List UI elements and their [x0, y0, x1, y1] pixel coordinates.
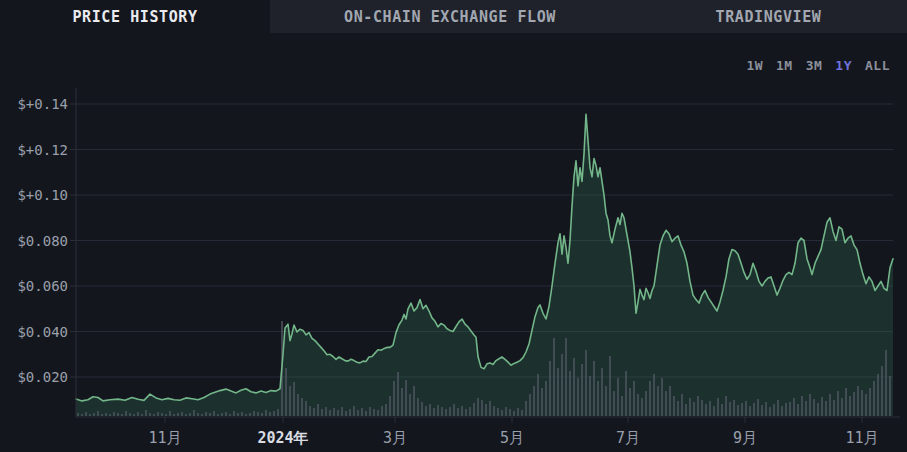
- range-1y[interactable]: 1Y: [835, 58, 852, 73]
- volume-bar: [657, 386, 659, 416]
- volume-bar: [345, 411, 347, 416]
- volume-bar: [369, 407, 371, 416]
- volume-bar: [889, 376, 891, 416]
- volume-bar: [261, 413, 263, 416]
- volume-bar: [789, 402, 791, 416]
- volume-bar: [97, 411, 99, 416]
- volume-bar: [325, 407, 327, 416]
- volume-bar: [569, 371, 571, 416]
- volume-bar: [233, 411, 235, 416]
- volume-bar: [765, 402, 767, 416]
- y-axis-label: $0.080: [17, 233, 68, 249]
- volume-bar: [525, 401, 527, 416]
- volume-bar: [253, 411, 255, 416]
- volume-bar: [637, 394, 639, 416]
- volume-bar: [689, 398, 691, 416]
- volume-bar: [393, 381, 395, 416]
- range-all[interactable]: ALL: [865, 58, 890, 73]
- range-selector: 1W 1M 3M 1Y ALL: [746, 58, 890, 73]
- range-1m[interactable]: 1M: [776, 58, 793, 73]
- y-axis-label: $0.060: [17, 278, 68, 294]
- range-3m[interactable]: 3M: [806, 58, 823, 73]
- volume-bar: [173, 414, 175, 416]
- volume-bar: [861, 390, 863, 416]
- volume-bar: [769, 407, 771, 416]
- volume-bar: [385, 404, 387, 416]
- volume-bar: [329, 410, 331, 416]
- volume-bar: [249, 413, 251, 416]
- volume-bar: [885, 350, 887, 416]
- volume-bar: [577, 378, 579, 416]
- volume-bar: [625, 371, 627, 416]
- price-area-fill: [76, 114, 893, 416]
- volume-bar: [137, 412, 139, 416]
- volume-bar: [497, 408, 499, 416]
- volume-bar: [729, 402, 731, 416]
- volume-bar: [793, 398, 795, 416]
- y-axis-label: $+0.12: [17, 142, 68, 158]
- volume-bar: [305, 401, 307, 416]
- y-axis-label: $0.020: [17, 369, 68, 385]
- volume-bar: [557, 368, 559, 416]
- volume-bar: [649, 381, 651, 416]
- volume-bar: [405, 380, 407, 416]
- volume-bar: [417, 398, 419, 416]
- volume-bar: [149, 413, 151, 416]
- volume-bar: [265, 410, 267, 416]
- x-axis-label: 2024年: [257, 429, 308, 447]
- volume-bar: [165, 414, 167, 416]
- volume-bar: [805, 401, 807, 416]
- volume-bar: [685, 404, 687, 416]
- volume-bar: [633, 381, 635, 416]
- volume-bar: [781, 406, 783, 416]
- volume-bar: [533, 386, 535, 416]
- tab-tradingview[interactable]: TRADINGVIEW: [630, 0, 907, 33]
- volume-bar: [109, 414, 111, 416]
- volume-bar: [121, 414, 123, 416]
- volume-bar: [737, 405, 739, 416]
- volume-bar: [89, 414, 91, 416]
- volume-bar: [309, 406, 311, 416]
- volume-bar: [761, 405, 763, 416]
- volume-bar: [81, 414, 83, 416]
- volume-bar: [617, 378, 619, 416]
- x-axis-label: 3月: [383, 429, 407, 447]
- y-axis-label: $+0.14: [17, 96, 68, 112]
- volume-bar: [217, 414, 219, 416]
- volume-bar: [201, 414, 203, 416]
- volume-bar: [457, 408, 459, 416]
- volume-bar: [665, 391, 667, 416]
- volume-bar: [481, 400, 483, 416]
- volume-bar: [853, 392, 855, 416]
- tab-on-chain-exchange-flow[interactable]: ON-CHAIN EXCHANGE FLOW: [270, 0, 630, 33]
- volume-bar: [473, 403, 475, 416]
- volume-bar: [809, 394, 811, 416]
- volume-bar: [337, 410, 339, 416]
- volume-bar: [185, 414, 187, 416]
- volume-bar: [477, 398, 479, 416]
- volume-bar: [425, 406, 427, 416]
- volume-bar: [681, 394, 683, 416]
- x-axis-label: 9月: [733, 429, 757, 447]
- volume-bar: [161, 413, 163, 416]
- volume-bar: [361, 408, 363, 416]
- volume-bar: [437, 405, 439, 416]
- volume-bar: [273, 411, 275, 416]
- volume-bar: [709, 401, 711, 416]
- volume-bar: [321, 409, 323, 416]
- volume-bar: [205, 412, 207, 416]
- volume-bar: [673, 396, 675, 416]
- volume-bar: [289, 386, 291, 416]
- volume-bar: [829, 394, 831, 416]
- tab-price-history[interactable]: PRICE HISTORY: [0, 0, 270, 33]
- volume-bar: [757, 399, 759, 416]
- volume-bar: [821, 397, 823, 416]
- volume-bar: [237, 413, 239, 416]
- volume-bar: [517, 408, 519, 416]
- volume-bar: [465, 409, 467, 416]
- y-axis-label: $0.040: [17, 324, 68, 340]
- range-1w[interactable]: 1W: [746, 58, 763, 73]
- volume-bar: [593, 361, 595, 416]
- volume-bar: [493, 406, 495, 416]
- volume-bar: [801, 396, 803, 416]
